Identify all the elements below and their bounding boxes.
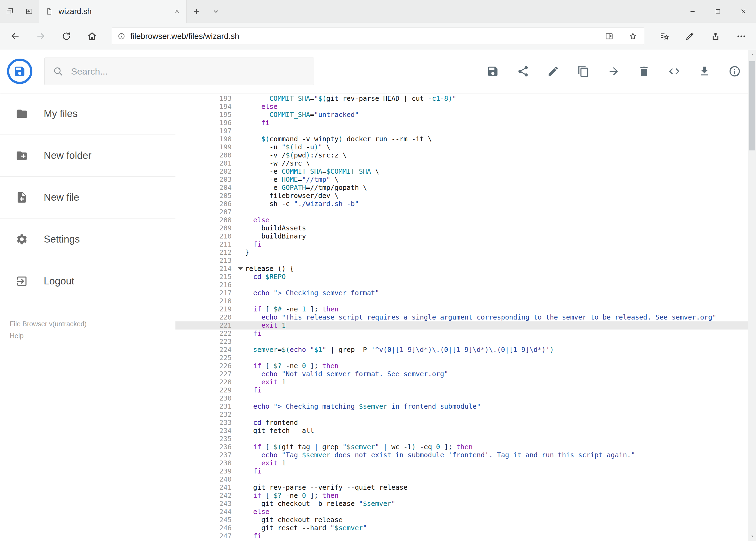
search-bar[interactable] — [44, 58, 314, 85]
copy-button[interactable] — [577, 65, 590, 78]
web-note-button[interactable] — [677, 23, 702, 50]
code-line[interactable]: 231 echo "> Checking matching $semver in… — [175, 402, 756, 410]
code-line[interactable]: 242 if [ $? -ne 0 ]; then — [175, 492, 756, 500]
code-line[interactable]: 230 — [175, 394, 756, 402]
code-line[interactable]: 195 COMMIT_SHA="untracked" — [175, 111, 756, 119]
code-line[interactable]: 232 — [175, 410, 756, 419]
code-line[interactable]: 197 — [175, 127, 756, 135]
code-line[interactable]: 193 COMMIT_SHA="$(git rev-parse HEAD | c… — [175, 95, 756, 103]
share-button[interactable] — [517, 65, 529, 78]
code-line[interactable]: 225 — [175, 354, 756, 362]
code-line[interactable]: 217 echo "> Checking semver format" — [175, 289, 756, 297]
code-line[interactable]: 237 echo "Tag $semver does not exist in … — [175, 451, 756, 459]
download-button[interactable] — [698, 65, 711, 78]
code-line[interactable]: 220 echo "This release script requires a… — [175, 313, 756, 321]
code-line[interactable]: 205 filebrowser/dev \ — [175, 192, 756, 200]
code-line[interactable]: 196 fi — [175, 119, 756, 127]
code-line[interactable]: 247 fi — [175, 532, 756, 540]
tab-preview-button[interactable] — [19, 0, 39, 23]
tabs-aside-button[interactable] — [0, 0, 19, 23]
code-line[interactable]: 218 — [175, 297, 756, 305]
scroll-up-button[interactable] — [748, 50, 756, 60]
code-line[interactable]: 198 $(command -v winpty) docker run --rm… — [175, 135, 756, 143]
code-line[interactable]: 238 exit 1 — [175, 459, 756, 467]
code-line[interactable]: 204 -e GOPATH=//tmp/gopath \ — [175, 184, 756, 192]
code-line[interactable]: 239 fi — [175, 467, 756, 475]
code-text: exit 1 — [235, 321, 756, 329]
code-editor[interactable]: 193 COMMIT_SHA="$(git rev-parse HEAD | c… — [175, 93, 756, 541]
code-line[interactable]: 203 -e HOME="//tmp" \ — [175, 176, 756, 184]
tab-list-chevron-button[interactable] — [206, 0, 226, 23]
code-line[interactable]: 229 fi — [175, 386, 756, 394]
close-button[interactable] — [731, 0, 756, 23]
hub-button[interactable] — [651, 23, 677, 50]
delete-button[interactable] — [638, 65, 650, 78]
code-line[interactable]: 202 -e COMMIT_SHA=$COMMIT_SHA \ — [175, 168, 756, 176]
code-line[interactable]: 245 git checkout release — [175, 516, 756, 524]
move-button[interactable] — [608, 65, 620, 78]
fold-arrow-icon[interactable] — [238, 268, 243, 270]
code-line[interactable]: 201 -w //src \ — [175, 159, 756, 168]
code-line[interactable]: 246 git reset --hard "$semver" — [175, 524, 756, 532]
more-menu-button[interactable] — [728, 23, 754, 50]
code-line[interactable]: 244 else — [175, 508, 756, 516]
code-line[interactable]: 240 — [175, 475, 756, 483]
code-line[interactable]: 243 git checkout -b release "$semver" — [175, 500, 756, 508]
back-button[interactable] — [2, 23, 28, 50]
code-line[interactable]: 213 — [175, 257, 756, 265]
code-line[interactable]: 226 if [ $? -ne 0 ]; then — [175, 362, 756, 370]
sidebar-item-new-folder[interactable]: New folder — [0, 135, 175, 177]
code-line[interactable]: 219 if [ $# -ne 1 ]; then — [175, 305, 756, 313]
sidebar-item-my-files[interactable]: My files — [0, 93, 175, 135]
maximize-button[interactable] — [705, 0, 731, 23]
address-bar[interactable]: filebrowser.web/files/wizard.sh — [112, 28, 644, 45]
page-scrollbar[interactable] — [748, 50, 756, 541]
save-button[interactable] — [487, 65, 499, 78]
tab-close-icon[interactable] — [173, 8, 180, 15]
code-line[interactable]: 208 else — [175, 216, 756, 224]
help-link[interactable]: Help — [10, 331, 167, 340]
code-line[interactable]: 211 fi — [175, 241, 756, 249]
search-input[interactable] — [71, 66, 306, 77]
sidebar-item-new-file[interactable]: New file — [0, 177, 175, 219]
info-button[interactable] — [728, 65, 741, 78]
browser-tab[interactable]: wizard.sh — [39, 0, 187, 23]
code-line[interactable]: 224 semver=$(echo "$1" | grep -P '^v(0|[… — [175, 346, 756, 354]
code-button[interactable] — [668, 65, 680, 78]
code-line[interactable]: 227 echo "Not valid semver format. See s… — [175, 370, 756, 378]
sidebar-item-settings[interactable]: Settings — [0, 219, 175, 261]
code-line[interactable]: 207 — [175, 208, 756, 216]
code-line[interactable]: 234 git fetch --all — [175, 427, 756, 435]
home-button[interactable] — [79, 23, 105, 50]
code-line[interactable]: 206 sh -c "./wizard.sh -b" — [175, 200, 756, 208]
code-line[interactable]: 215 cd $REPO — [175, 273, 756, 281]
share-page-button[interactable] — [702, 23, 728, 50]
code-line[interactable]: 214release () { — [175, 265, 756, 273]
code-line[interactable]: 223 — [175, 337, 756, 346]
scrollbar-thumb[interactable] — [749, 61, 755, 151]
edit-button[interactable] — [547, 65, 560, 78]
code-line[interactable]: 209 buildAssets — [175, 224, 756, 232]
minimize-button[interactable] — [680, 0, 705, 23]
sidebar-item-logout[interactable]: Logout — [0, 261, 175, 302]
code-line[interactable]: 200 -v /$(pwd):/src:z \ — [175, 151, 756, 159]
code-line[interactable]: 212} — [175, 249, 756, 257]
code-line[interactable]: 216 — [175, 281, 756, 289]
code-line[interactable]: 194 else — [175, 103, 756, 111]
refresh-button[interactable] — [54, 23, 79, 50]
code-line[interactable]: 199 -u "$(id -u)" \ — [175, 143, 756, 151]
code-line[interactable]: 210 buildBinary — [175, 232, 756, 241]
code-line[interactable]: 233 cd frontend — [175, 419, 756, 427]
code-line[interactable]: 221 exit 1 — [175, 321, 756, 329]
code-line[interactable]: 241 git rev-parse --verify --quiet relea… — [175, 483, 756, 492]
new-tab-button[interactable] — [187, 0, 206, 23]
reading-view-button[interactable] — [600, 28, 619, 44]
code-line[interactable]: 236 if [ $(git tag | grep "$semver" | wc… — [175, 443, 756, 451]
code-line[interactable]: 235 — [175, 435, 756, 443]
code-line[interactable]: 228 exit 1 — [175, 378, 756, 386]
favorite-star-button[interactable] — [624, 28, 642, 44]
scroll-down-button[interactable] — [748, 531, 756, 541]
site-info-icon[interactable] — [118, 32, 126, 40]
code-line[interactable]: 222 fi — [175, 329, 756, 337]
forward-button[interactable] — [28, 23, 54, 50]
